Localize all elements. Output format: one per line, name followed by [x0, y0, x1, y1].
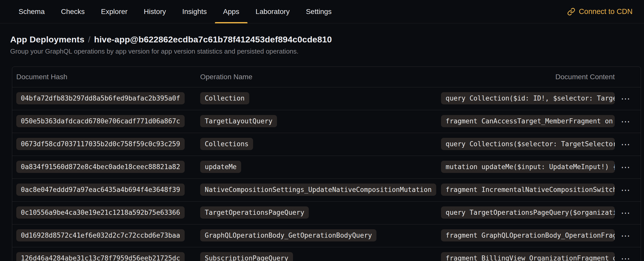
table-body: 04bfa72dfb83b297dd8a5b6fed9bafac2b395a0f… — [12, 87, 641, 261]
document-hash-chip: 126d46a4284abe31c13c78f7959d56eeb21725dc — [16, 252, 185, 261]
operation-name-cell: NativeCompositionSettings_UpdateNativeCo… — [200, 184, 441, 197]
row-menu-button[interactable]: ⋯ — [621, 140, 631, 149]
table-row: 04bfa72dfb83b297dd8a5b6fed9bafac2b395a0f… — [12, 87, 641, 110]
link-icon — [567, 8, 575, 16]
document-hash-chip: 0ac8e047eddd97a97eac6435a4b694f4e3648f39 — [16, 184, 185, 196]
document-hash-cell: 0673df58cd7037117035b2d0c758f59c0c93c259 — [16, 138, 200, 151]
document-content-chip: query Collection($id: ID!, $selector: Ta… — [441, 92, 615, 104]
breadcrumb-separator: / — [88, 35, 91, 44]
nav-tab-settings[interactable]: Settings — [298, 0, 340, 23]
document-hash-cell: 0c10556a9be4ca30e19e21c1218a592b75e63366 — [16, 206, 200, 220]
document-hash-chip: 0a834f91560d872e8c4bec0ade18ceec88821a82 — [16, 161, 185, 173]
operation-name-cell: Collection — [200, 92, 441, 105]
document-content-chip: fragment IncrementalNativeCompositionSwi… — [441, 184, 615, 196]
operation-name-chip: updateMe — [200, 161, 241, 173]
document-content-cell: fragment IncrementalNativeCompositionSwi… — [441, 184, 615, 197]
document-content-cell: query Collection($id: ID!, $selector: Ta… — [441, 92, 615, 105]
table-row: 0a834f91560d872e8c4bec0ade18ceec88821a82… — [12, 156, 641, 178]
operation-name-chip: NativeCompositionSettings_UpdateNativeCo… — [200, 184, 436, 196]
document-content-cell: mutation updateMe($input: UpdateMeInput!… — [441, 161, 615, 174]
table-row: 0d16928d8572c41ef6e032d2c7c72ccbd6e73baa… — [12, 224, 641, 247]
document-hash-cell: 0ac8e047eddd97a97eac6435a4b694f4e3648f39 — [16, 184, 200, 197]
operation-name-chip: TargetLayoutQuery — [200, 115, 277, 127]
breadcrumb-app-deployments[interactable]: App Deployments — [10, 35, 84, 44]
document-hash-cell: 0a834f91560d872e8c4bec0ade18ceec88821a82 — [16, 161, 200, 174]
operation-name-cell: TargetOperationsPageQuery — [200, 206, 441, 220]
nav-tab-checks[interactable]: Checks — [53, 0, 93, 23]
row-menu-button[interactable]: ⋯ — [621, 186, 631, 195]
deployments-table-card: Document Hash Operation Name Document Co… — [12, 67, 641, 261]
document-hash-chip: 04bfa72dfb83b297dd8a5b6fed9bafac2b395a0f — [16, 92, 185, 104]
operation-name-chip: GraphQLOperationBody_GetOperationBodyQue… — [200, 229, 376, 241]
column-header-document-content: Document Content — [441, 73, 615, 81]
table-row: 050e5b363dafdcacd6780e706cadf771d06a867c… — [12, 110, 641, 133]
document-content-cell: fragment CanAccessTarget_MemberFragment … — [441, 115, 615, 128]
table-header-row: Document Hash Operation Name Document Co… — [12, 67, 641, 87]
document-hash-chip: 050e5b363dafdcacd6780e706cadf771d06a867c — [16, 115, 185, 127]
connect-to-cdn-label: Connect to CDN — [579, 7, 633, 16]
nav-tab-explorer[interactable]: Explorer — [93, 0, 136, 23]
connect-to-cdn-button[interactable]: Connect to CDN — [567, 0, 633, 23]
document-content-chip: fragment BillingView_OrganizationFragmen… — [441, 252, 615, 261]
document-content-chip: fragment CanAccessTarget_MemberFragment … — [441, 115, 615, 127]
nav-tab-label: Checks — [61, 8, 85, 16]
row-menu-button[interactable]: ⋯ — [621, 94, 631, 103]
document-content-cell: query Collections($selector: TargetSelec… — [441, 138, 615, 151]
row-menu-button[interactable]: ⋯ — [621, 117, 631, 126]
table-row: 126d46a4284abe31c13c78f7959d56eeb21725dc… — [12, 247, 641, 261]
table-row: 0c10556a9be4ca30e19e21c1218a592b75e63366… — [12, 201, 641, 224]
nav-tab-label: Laboratory — [256, 8, 290, 16]
table-row: 0ac8e047eddd97a97eac6435a4b694f4e3648f39… — [12, 178, 641, 201]
nav-tab-label: Schema — [19, 8, 45, 16]
operation-name-chip: SubscriptionPageQuery — [200, 252, 293, 261]
operation-name-cell: TargetLayoutQuery — [200, 115, 441, 128]
nav-tab-insights[interactable]: Insights — [174, 0, 215, 23]
document-content-chip: mutation updateMe($input: UpdateMeInput!… — [441, 161, 615, 173]
operation-name-cell: updateMe — [200, 161, 441, 174]
operation-name-cell: Collections — [200, 138, 441, 151]
nav-tab-apps[interactable]: Apps — [215, 0, 247, 23]
column-header-operation-name: Operation Name — [200, 73, 441, 81]
row-menu-button[interactable]: ⋯ — [621, 254, 631, 261]
nav-tab-label: Insights — [182, 8, 207, 16]
table-row: 0673df58cd7037117035b2d0c758f59c0c93c259… — [12, 133, 641, 156]
nav-tab-label: History — [144, 8, 166, 16]
document-hash-cell: 0d16928d8572c41ef6e032d2c7c72ccbd6e73baa — [16, 229, 200, 242]
document-content-chip: fragment GraphQLOperationBody_OperationF… — [441, 229, 615, 241]
document-content-cell: fragment GraphQLOperationBody_OperationF… — [441, 229, 615, 242]
document-content-cell: fragment BillingView_OrganizationFragmen… — [441, 252, 615, 261]
page-content: App Deployments / hive-app@b622862ecdba7… — [0, 23, 644, 261]
document-content-cell: query TargetOperationsPageQuery($organiz… — [441, 206, 615, 220]
row-menu-button[interactable]: ⋯ — [621, 163, 631, 172]
document-hash-chip: 0c10556a9be4ca30e19e21c1218a592b75e63366 — [16, 206, 185, 219]
operation-name-cell: GraphQLOperationBody_GetOperationBodyQue… — [200, 229, 441, 242]
operation-name-cell: SubscriptionPageQuery — [200, 252, 441, 261]
breadcrumb-current-app: hive-app@b622862ecdba7c61b78f412453def89… — [94, 35, 332, 44]
nav-tab-label: Apps — [223, 8, 239, 16]
column-header-document-hash: Document Hash — [16, 73, 200, 81]
nav-tab-label: Explorer — [101, 8, 127, 16]
row-menu-button[interactable]: ⋯ — [621, 231, 631, 240]
document-content-chip: query Collections($selector: TargetSelec… — [441, 138, 615, 150]
document-content-chip: query TargetOperationsPageQuery($organiz… — [441, 206, 615, 219]
document-hash-chip: 0673df58cd7037117035b2d0c758f59c0c93c259 — [16, 138, 185, 150]
page-subtitle: Group your GraphQL operations by app ver… — [10, 47, 644, 55]
nav-tab-history[interactable]: History — [136, 0, 174, 23]
nav-tab-schema[interactable]: Schema — [10, 0, 53, 23]
row-menu-button[interactable]: ⋯ — [621, 208, 631, 218]
document-hash-chip: 0d16928d8572c41ef6e032d2c7c72ccbd6e73baa — [16, 229, 185, 241]
operation-name-chip: Collection — [200, 92, 249, 104]
document-hash-cell: 126d46a4284abe31c13c78f7959d56eeb21725dc — [16, 252, 200, 261]
operation-name-chip: Collections — [200, 138, 253, 150]
operation-name-chip: TargetOperationsPageQuery — [200, 206, 309, 219]
document-hash-cell: 050e5b363dafdcacd6780e706cadf771d06a867c — [16, 115, 200, 128]
document-hash-cell: 04bfa72dfb83b297dd8a5b6fed9bafac2b395a0f — [16, 92, 200, 105]
top-navigation: Schema Checks Explorer History Insights … — [0, 0, 644, 23]
nav-tab-laboratory[interactable]: Laboratory — [247, 0, 298, 23]
nav-tab-label: Settings — [306, 8, 332, 16]
breadcrumb: App Deployments / hive-app@b622862ecdba7… — [10, 35, 644, 44]
